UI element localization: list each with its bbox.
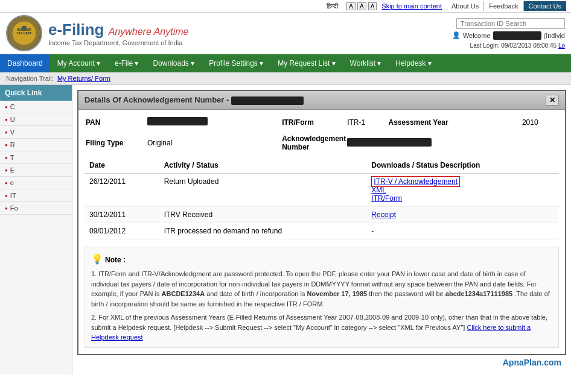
main-layout: Quick Link C U V R T E e IT Fo Details O… [0,85,571,375]
row1-status: Return Uploaded [159,174,367,207]
user-name-redacted [493,31,541,40]
row3-status: ITR processed no demand no refund [159,223,367,239]
user-info: 👤 Welcome (Individ [452,31,565,40]
dialog-header: Details Of Acknowledgement Number - ✕ [78,91,565,110]
helpdesk-request-link[interactable]: Click here to submit a Helpdesk request [91,324,531,341]
row2-date: 30/12/2011 [85,207,159,223]
receipt-link[interactable]: Receipt [371,210,396,219]
row1-downloads: ITR-V / Acknowledgement XML ITR/Form [366,174,559,207]
assessment-year-value: 2010 [522,117,558,127]
sidebar-item-u[interactable]: U [0,113,72,126]
user-icon: 👤 [452,31,461,39]
efiling-brand: e-Filing Anywhere Anytime Income Tax Dep… [48,21,188,46]
breadcrumb: Navigation Trail: My Returns/ Form [0,72,571,85]
col-activity: Activity / Status [159,157,367,174]
footer-brand: ApnaPlan.com [77,355,566,370]
sidebar-item-e2[interactable]: e [0,177,72,189]
efiling-title: e-Filing Anywhere Anytime [48,21,188,39]
last-login: Last Login: 09/02/2013 08:08:45 Lo [470,42,565,49]
main-content: Details Of Acknowledgement Number - ✕ PA… [72,85,571,375]
top-nav-links: About Us Feedback Contact Us [447,1,566,11]
dialog-close-button[interactable]: ✕ [546,95,559,106]
note-point1: 1. ITR/Form and ITR-V/Acknowledgment are… [91,269,552,309]
col-date: Date [85,157,159,174]
sidebar-item-itr[interactable]: IT [0,189,72,202]
efiling-department: Income Tax Department, Government of Ind… [48,39,188,46]
hindi-label[interactable]: हिन्दी [327,2,338,10]
sidebar-header: Quick Link [0,85,72,101]
pan-example: ABCDE1234A [162,290,205,297]
skip-to-main-link[interactable]: Skip to main content [381,2,442,10]
password-example: abcde1234a17111985 [445,290,512,297]
row2-downloads: Receipt [366,207,559,223]
nav-my-account[interactable]: My Account ▾ [50,54,107,72]
sidebar-item-r[interactable]: R [0,139,72,151]
nav-profile-settings[interactable]: Profile Settings ▾ [202,54,270,72]
ack-number-label: Acknowledgement Number [282,134,346,151]
note-icon: 💡 [91,254,103,264]
note-box: 💡 Note : 1. ITR/Form and ITR-V/Acknowled… [85,247,559,348]
font-size-medium[interactable]: A [357,2,366,10]
header-right: 👤 Welcome (Individ Last Login: 09/02/201… [452,18,565,49]
table-row: 30/12/2011 ITRV Received Receipt [85,207,559,223]
navbar: Dashboard My Account ▾ e-File ▾ Download… [0,54,571,72]
assessment-year-label: Assessment Year [389,117,521,127]
itr-form-value: ITR-1 [347,117,387,127]
dialog-title-redacted [231,96,304,105]
acknowledgement-dialog: Details Of Acknowledgement Number - ✕ PA… [77,90,566,355]
filing-type-label: Filing Type [86,134,146,151]
sidebar-item-v[interactable]: V [0,126,72,139]
sidebar-item-fo[interactable]: Fo [0,202,72,215]
feedback-link[interactable]: Feedback [483,1,523,11]
ack-number-value [347,134,558,151]
last-login-value: 09/02/2013 08:08:45 [501,42,557,49]
font-size-controls: A A A [346,2,377,10]
row3-downloads: - [366,223,559,239]
user-suffix: (Individ [544,32,565,39]
top-bar: हिन्दी A A A Skip to main content About … [0,0,571,13]
transaction-id-search[interactable] [456,18,565,29]
sidebar-item-e[interactable]: E [0,164,72,177]
table-row: 09/01/2012 ITR processed no demand no re… [85,223,559,239]
xml-link[interactable]: XML [371,186,386,194]
nav-helpdesk[interactable]: Helpdesk ▾ [388,54,438,72]
header-left: INCOME TAX DEPT e-Filing Anywhere Anytim… [6,15,188,51]
logo-text: INCOME TAX DEPT [7,16,41,51]
breadcrumb-path[interactable]: My Returns/ Form [57,75,110,82]
row2-status: ITRV Received [159,207,367,223]
info-table: PAN ITR/Form ITR-1 Assessment Year 2010 … [85,116,559,153]
nav-my-request-list[interactable]: My Request List ▾ [270,54,342,72]
welcome-label: Welcome [463,32,491,39]
nav-dashboard[interactable]: Dashboard [0,54,50,72]
row3-date: 09/01/2012 [85,223,159,239]
col-downloads: Downloads / Status Description [366,157,559,174]
last-login-label: Last Login: [470,42,500,49]
logout-link[interactable]: Lo [558,42,565,49]
header: INCOME TAX DEPT e-Filing Anywhere Anytim… [0,13,571,54]
about-us-link[interactable]: About Us [447,1,483,11]
table-row: 26/12/2011 Return Uploaded ITR-V / Ackno… [85,174,559,207]
efiling-subtitle: Anywhere Anytime [109,27,189,37]
font-size-large[interactable]: A [368,2,377,10]
dob-example: November 17, 1985 [307,290,367,297]
sidebar: Quick Link C U V R T E e IT Fo [0,85,72,375]
row1-date: 26/12/2011 [85,174,159,207]
activity-table: Date Activity / Status Downloads / Statu… [85,157,559,239]
note-point2: 2. For XML of the previous Assessment Ye… [91,312,552,343]
breadcrumb-prefix: Navigation Trail: [6,75,54,82]
dialog-body: PAN ITR/Form ITR-1 Assessment Year 2010 … [78,110,565,354]
itr-form-label: ITR/Form [282,117,346,127]
filing-type-value: Original [147,134,281,151]
itrform-link[interactable]: ITR/Form [371,194,402,203]
note-title: Note : [105,256,126,264]
contact-us-link[interactable]: Contact Us [523,1,566,11]
logo-circle: INCOME TAX DEPT [6,15,42,51]
svg-point-4 [22,26,27,31]
sidebar-item-c[interactable]: C [0,101,72,113]
nav-worklist[interactable]: Worklist ▾ [343,54,389,72]
font-size-small[interactable]: A [346,2,356,10]
sidebar-item-t[interactable]: T [0,151,72,164]
nav-e-file[interactable]: e-File ▾ [107,54,145,72]
nav-downloads[interactable]: Downloads ▾ [145,54,202,72]
pan-value [147,117,281,127]
